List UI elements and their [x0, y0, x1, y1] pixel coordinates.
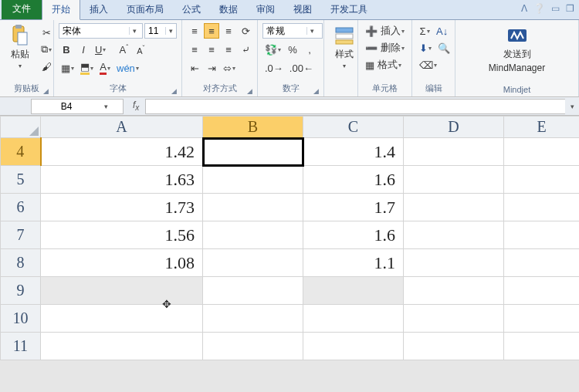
align-right-button[interactable]: ≡ — [221, 42, 236, 57]
cell-B9[interactable] — [203, 277, 303, 305]
fill-button[interactable]: ⬇▾ — [417, 40, 434, 56]
dialog-launcher-icon[interactable]: ◢ — [247, 87, 252, 95]
cut-button[interactable]: ✂ — [39, 25, 54, 40]
column-header-E[interactable]: E — [504, 117, 580, 138]
select-all-corner[interactable] — [1, 117, 41, 138]
cell-A6[interactable]: 1.73 — [41, 194, 203, 221]
help-icon[interactable]: ❔ — [533, 3, 545, 14]
comma-button[interactable]: , — [302, 42, 317, 57]
align-top-button[interactable]: ≡ — [187, 23, 202, 39]
cell-D8[interactable] — [404, 249, 504, 277]
chevron-down-icon[interactable]: ▾ — [165, 27, 176, 35]
dialog-launcher-icon[interactable]: ◢ — [171, 87, 177, 95]
copy-button[interactable]: ⧉▾ — [39, 42, 54, 57]
align-bottom-button[interactable]: ≡ — [221, 23, 236, 39]
format-painter-button[interactable]: 🖌 — [39, 59, 54, 74]
tab-page-layout[interactable]: 页面布局 — [117, 0, 173, 19]
phonetic-button[interactable]: wén▾ — [114, 60, 141, 76]
grow-font-button[interactable]: Aˆ — [116, 42, 131, 57]
font-name-combo[interactable]: ▾ — [59, 23, 143, 39]
align-middle-button[interactable]: ≡ — [204, 23, 219, 39]
cell-D11[interactable] — [404, 333, 504, 360]
cell-E10[interactable] — [504, 305, 580, 333]
paste-button[interactable]: 粘贴 ▾ — [5, 23, 36, 71]
column-header-C[interactable]: C — [303, 117, 404, 138]
shrink-font-button[interactable]: Aˇ — [133, 42, 148, 57]
underline-button[interactable]: U▾ — [93, 42, 108, 57]
cell-D4[interactable] — [404, 138, 504, 166]
cell-A5[interactable]: 1.63 — [41, 166, 203, 194]
tab-formulas[interactable]: 公式 — [173, 0, 210, 19]
worksheet-grid[interactable]: A B C D E 41.421.451.631.661.731.771.561… — [0, 116, 579, 360]
column-header-B[interactable]: B — [203, 117, 303, 138]
minimize-ribbon-icon[interactable]: ᐱ — [521, 3, 527, 14]
increase-decimal-button[interactable]: .0→ — [262, 60, 286, 76]
styles-button[interactable]: 样式 ▾ — [329, 23, 360, 71]
dialog-launcher-icon[interactable]: ◢ — [43, 87, 49, 95]
cell-E5[interactable] — [504, 166, 580, 194]
column-header-A[interactable]: A — [41, 117, 203, 138]
currency-button[interactable]: 💱▾ — [262, 42, 283, 57]
wrap-text-button[interactable]: ⤶ — [238, 42, 253, 57]
tab-data[interactable]: 数据 — [210, 0, 247, 19]
sort-filter-button[interactable]: A↓ — [434, 23, 450, 39]
cell-C10[interactable] — [303, 305, 404, 333]
column-header-D[interactable]: D — [404, 117, 504, 138]
tab-review[interactable]: 审阅 — [247, 0, 284, 19]
cell-B7[interactable] — [203, 221, 303, 249]
cell-E8[interactable] — [504, 249, 580, 277]
number-format-combo[interactable]: ▾ — [262, 23, 323, 39]
cell-B5[interactable] — [203, 166, 303, 194]
cell-D7[interactable] — [404, 221, 504, 249]
formula-input[interactable] — [145, 99, 565, 114]
font-size-combo[interactable]: ▾ — [144, 23, 177, 39]
cell-C6[interactable]: 1.7 — [303, 194, 404, 221]
cell-D10[interactable] — [404, 305, 504, 333]
cell-A10[interactable] — [41, 305, 203, 333]
row-header-4[interactable]: 4 — [1, 138, 41, 166]
increase-indent-button[interactable]: ⇥ — [204, 60, 219, 76]
window-restore-icon[interactable]: ❐ — [566, 3, 574, 14]
cell-E6[interactable] — [504, 194, 580, 221]
cell-C11[interactable] — [303, 333, 404, 360]
decrease-decimal-button[interactable]: .00← — [287, 60, 316, 76]
cell-B6[interactable] — [203, 194, 303, 221]
cell-A11[interactable] — [41, 333, 203, 360]
tab-insert[interactable]: 插入 — [80, 0, 117, 19]
cell-C9[interactable] — [303, 277, 404, 305]
cell-A4[interactable]: 1.42 — [41, 138, 203, 166]
cell-A8[interactable]: 1.08 — [41, 249, 203, 277]
insert-function-button[interactable]: fx — [127, 100, 145, 112]
chevron-down-icon[interactable]: ▾ — [306, 27, 317, 35]
cell-D9[interactable] — [404, 277, 504, 305]
orientation-button[interactable]: ⟳ — [238, 23, 253, 39]
cell-D6[interactable] — [404, 194, 504, 221]
bold-button[interactable]: B — [59, 42, 74, 57]
percent-button[interactable]: % — [285, 42, 300, 57]
cell-B11[interactable] — [203, 333, 303, 360]
cell-A7[interactable]: 1.56 — [41, 221, 203, 249]
row-header-10[interactable]: 10 — [1, 305, 41, 333]
italic-button[interactable]: I — [76, 42, 91, 57]
format-cells-button[interactable]: ▦ 格式▾ — [363, 57, 411, 73]
row-header-6[interactable]: 6 — [1, 194, 41, 221]
fill-color-button[interactable]: ⬒▾ — [78, 60, 96, 76]
name-box[interactable]: ▾ — [31, 99, 124, 114]
font-color-button[interactable]: A▾ — [97, 60, 113, 76]
cell-C7[interactable]: 1.6 — [303, 221, 404, 249]
window-minimize-icon[interactable]: ▭ — [551, 3, 560, 14]
clear-button[interactable]: ⌫▾ — [417, 57, 439, 73]
cell-B4[interactable] — [203, 138, 303, 166]
cell-D5[interactable] — [404, 166, 504, 194]
cell-C5[interactable]: 1.6 — [303, 166, 404, 194]
chevron-down-icon[interactable]: ▾ — [101, 103, 111, 110]
row-header-9[interactable]: 9 — [1, 277, 41, 305]
cell-E9[interactable] — [504, 277, 580, 305]
autosum-button[interactable]: Σ▾ — [417, 23, 432, 39]
cell-E11[interactable] — [504, 333, 580, 360]
font-size-input[interactable] — [145, 25, 165, 36]
decrease-indent-button[interactable]: ⇤ — [187, 60, 202, 76]
dialog-launcher-icon[interactable]: ◢ — [313, 87, 319, 95]
delete-cells-button[interactable]: ➖ 删除▾ — [363, 40, 411, 56]
number-format-input[interactable] — [263, 25, 306, 36]
